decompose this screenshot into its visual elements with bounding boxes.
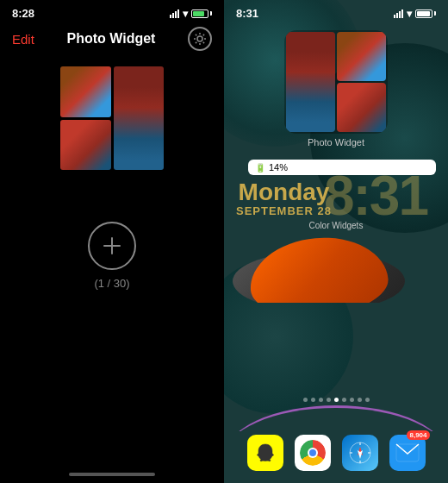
photo-grid: [60, 66, 164, 170]
right-panel: 8:31 ▾ Photo Widget 🔋: [224, 0, 448, 483]
day-of-week: Monday: [236, 180, 332, 204]
left-time: 8:28: [12, 7, 34, 20]
right-signal-icon: [394, 9, 403, 18]
safari-icon[interactable]: [342, 435, 378, 471]
purple-arc-container: [224, 405, 448, 431]
date-text: SEPTEMBER 28: [236, 204, 332, 217]
page-dot-active: [334, 398, 339, 402]
home-indicator-left: [69, 473, 155, 476]
page-dot: [311, 398, 315, 402]
page-dot: [342, 398, 346, 402]
page-dot: [319, 398, 323, 402]
svg-point-0: [197, 36, 202, 41]
settings-button[interactable]: [188, 27, 212, 51]
page-dot: [303, 398, 308, 402]
left-status-bar: 8:28 ▾: [0, 0, 224, 23]
svg-line-6: [203, 42, 204, 43]
svg-line-7: [203, 34, 204, 35]
right-status-icons: ▾: [394, 8, 436, 20]
color-widgets-label: Color Widgets: [224, 221, 448, 230]
page-title: Photo Widget: [66, 31, 155, 47]
right-battery-icon: [415, 9, 436, 18]
snapchat-icon[interactable]: [247, 435, 283, 471]
dock-icons: 8,904: [224, 431, 448, 483]
widget-cell-2: [286, 32, 335, 132]
left-status-icons: ▾: [170, 8, 212, 20]
wifi-icon: ▾: [183, 8, 188, 20]
edit-button[interactable]: Edit: [12, 32, 34, 47]
svg-line-8: [196, 42, 196, 43]
photo-count-label: (1 / 30): [94, 277, 129, 290]
photo-cell-1: [60, 66, 111, 117]
dock-area: 8,904: [224, 394, 448, 483]
big-time-display: 8:31: [324, 172, 427, 222]
widget-cell-3: [337, 83, 386, 132]
mail-envelope: [395, 443, 420, 462]
page-dot: [358, 398, 362, 402]
left-header: Edit Photo Widget: [0, 23, 224, 58]
add-photo-container: (1 / 30): [88, 222, 136, 290]
left-panel: 8:28 ▾ Edit Photo Widget: [0, 0, 224, 483]
mail-badge: 8,904: [407, 430, 429, 440]
snapchat-ghost: [254, 442, 277, 464]
plus-icon: [100, 234, 124, 258]
gear-icon: [193, 32, 207, 46]
mail-icon[interactable]: 8,904: [389, 435, 426, 471]
battery-icon: [191, 9, 212, 18]
widget-area: Photo Widget: [224, 23, 448, 154]
widget-cell-1: [337, 32, 386, 81]
clock-display: Monday SEPTEMBER 28 8:31: [224, 180, 448, 217]
photo-cell-2: [114, 66, 165, 170]
add-button[interactable]: [88, 222, 136, 270]
battery-percent: 14%: [269, 162, 288, 172]
page-dot: [350, 398, 354, 402]
page-dot: [365, 398, 370, 402]
right-time: 8:31: [236, 7, 258, 20]
signal-icon: [170, 9, 179, 18]
battery-small-icon: 🔋: [255, 163, 265, 172]
page-dot: [327, 398, 331, 402]
chrome-icon[interactable]: [295, 435, 331, 471]
page-dots: [224, 394, 448, 405]
right-status-bar: 8:31 ▾: [224, 0, 448, 23]
shape-orange: [246, 234, 390, 303]
purple-arc: [224, 405, 448, 431]
widget-name-label: Photo Widget: [308, 137, 364, 147]
photo-widget[interactable]: [284, 30, 388, 134]
svg-line-5: [196, 34, 196, 35]
clock-row: Monday SEPTEMBER 28 8:31: [236, 180, 436, 217]
color-widget-area: [224, 234, 448, 303]
right-wifi-icon: ▾: [407, 8, 412, 20]
safari-compass: [348, 441, 372, 465]
photo-cell-3: [60, 120, 111, 171]
